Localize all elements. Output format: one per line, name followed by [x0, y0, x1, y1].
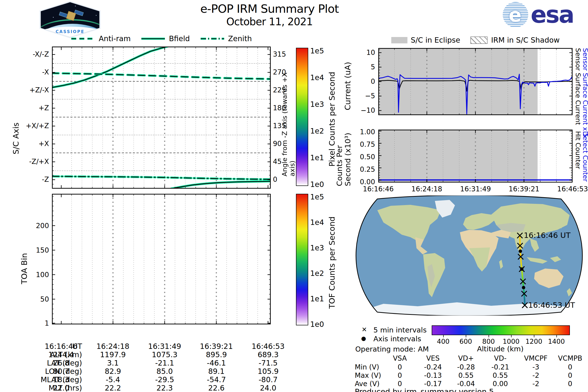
sensor-current-plot: [378, 48, 572, 115]
alt-tick: 1400: [544, 338, 569, 346]
angle-tick: 90: [273, 140, 282, 148]
vt-cell: 0: [552, 380, 588, 388]
eph-cell: -71.5: [242, 359, 294, 367]
esa-globe-icon: e: [503, 2, 528, 28]
satellite-panel: [74, 10, 84, 16]
produced-by-note: Produced by irm_summary version 5: [355, 387, 494, 392]
ytick: +X/+Z: [12, 122, 49, 130]
ytick: 1.00: [342, 128, 375, 136]
eph-cell: -46.1: [190, 359, 242, 367]
eph-cell: 85.0: [139, 367, 190, 376]
eph-cell: 22.3: [139, 384, 190, 392]
eclipse-legend: S/C in Eclipse IRM in S/C Shadow: [378, 36, 572, 44]
toa-bin-plot: [52, 194, 271, 324]
world-map: [354, 196, 584, 316]
ytick: -X: [12, 68, 49, 76]
page-title: e-POP IRM Summary Plot: [122, 2, 416, 16]
eph-row-values: 1244.4 1197.9 1075.3 895.9 689.3: [35, 350, 294, 359]
vt-cell: 0.55: [482, 372, 519, 380]
eph-cell: 1244.4: [35, 350, 87, 359]
eph-cell: 689.3: [242, 350, 294, 359]
vt-col: VD+: [448, 354, 484, 362]
legend-label: Bfield: [169, 34, 190, 43]
cbar-tick: 1e4: [310, 73, 324, 82]
vt-cell: -0.13: [414, 372, 451, 380]
page-date: October 11, 2021: [122, 16, 416, 28]
eph-cell: 16:46:53: [242, 342, 294, 350]
eph-cell: 22.0: [35, 384, 87, 392]
vt-col: VES: [414, 354, 451, 362]
xtick-time: 16:31:49: [451, 185, 500, 193]
cassiope-patch-art: CASSIOPE: [38, 2, 102, 37]
xtick-time: 16:24:18: [402, 185, 451, 193]
track-end-label: 16:46:53 UT: [528, 300, 575, 310]
vt-col: VCMPB: [552, 354, 588, 362]
alt-tick-mark: [511, 335, 512, 337]
vt-cell: -0.28: [448, 363, 484, 371]
eph-cell: 3.1: [87, 359, 139, 367]
ytick: 50: [12, 296, 49, 303]
alt-tick: 800: [476, 338, 501, 346]
vt-cell: -0.04: [448, 380, 484, 388]
zenith-line-sample-icon: [200, 36, 225, 42]
cbar-tick: 1e2: [310, 127, 324, 135]
bfield-line-sample-icon: [141, 36, 166, 42]
cbar-tick: 1e4: [310, 218, 324, 226]
cbar-tick: 1e1: [310, 153, 324, 162]
ytick: 200: [12, 222, 49, 230]
legend-label: Zenith: [228, 34, 252, 43]
detect-counter-right-label: Detect Counter: [582, 131, 588, 204]
eph-cell: 18.3: [35, 375, 87, 384]
ytick: 0.75: [342, 141, 375, 148]
eph-row-values: 22.0 22.2 22.3 22.6 24.0: [35, 384, 294, 392]
angle-tick: 225: [273, 86, 286, 94]
angle-tick: 45: [273, 158, 282, 166]
legend-item-antiram: Anti-ram: [71, 34, 130, 43]
altitude-colorbar: [432, 325, 570, 335]
eph-cell: 24.0: [242, 384, 294, 392]
eph-row-values: 16:16:46 16:24:18 16:31:49 16:39:21 16:4…: [35, 342, 294, 350]
eph-cell: 89.1: [190, 367, 242, 376]
eph-cell: 26.8: [35, 359, 87, 367]
ytick: 100: [12, 271, 49, 279]
vt-cell: 0.55: [448, 372, 484, 380]
ytick: +Z: [12, 104, 49, 112]
cbar-tick: 1e2: [310, 269, 324, 278]
cbar-tick: 1e5: [310, 192, 324, 201]
vt-cell: 0: [382, 380, 418, 388]
ytick: -Z: [12, 176, 49, 184]
counter-plot: [378, 130, 572, 182]
hit-counter-right-label: Hit Counter: [574, 131, 582, 204]
legend-label: S/C in Eclipse: [411, 36, 460, 44]
cassiope-mission-patch: CASSIOPE: [37, 1, 104, 38]
xtick-time: 16:16:46: [354, 185, 403, 193]
axis-plot-legend: Anti-ram Bfield Zenith: [52, 34, 271, 43]
tof-cbar-label: TOF Counts per Second: [327, 211, 337, 309]
ytick: 1: [12, 320, 49, 327]
eph-row-values: 18.3 -5.4 -29.5 -54.7 -80.7: [35, 375, 294, 384]
eph-cell: 22.2: [87, 384, 139, 392]
ytick: 150: [12, 246, 49, 254]
eclipse-swatch-icon: [391, 37, 408, 43]
ytick: -X/-Z: [12, 50, 49, 58]
eph-cell: 16:24:18: [87, 342, 139, 350]
track-start-label: 16:16:46 UT: [524, 231, 570, 240]
eph-cell: 895.9: [190, 350, 242, 359]
vt-cell: -3: [518, 363, 554, 371]
eph-row-values: 26.8 3.1 -21.1 -46.1 -71.5: [35, 359, 294, 367]
eph-cell: -21.1: [139, 359, 190, 367]
vt-col: VMCPF: [518, 354, 554, 362]
angle-tick: 0: [273, 176, 277, 184]
cbar-tick: 1e0: [310, 180, 324, 189]
xtick-time: 16:39:21: [500, 185, 548, 193]
eph-cell: 80.7: [35, 367, 87, 376]
legend-item-eclipse: S/C in Eclipse: [391, 36, 460, 44]
vt-cell: -0.21: [482, 363, 519, 371]
vt-cell: 0: [382, 372, 418, 380]
eph-cell: 1075.3: [139, 350, 190, 359]
cbar-tick: 1e1: [310, 294, 324, 303]
vt-cell: 0: [382, 363, 418, 371]
vt-cell: -2: [518, 372, 554, 380]
angle-tick: 315: [273, 50, 286, 58]
alt-tick: 600: [454, 338, 478, 346]
